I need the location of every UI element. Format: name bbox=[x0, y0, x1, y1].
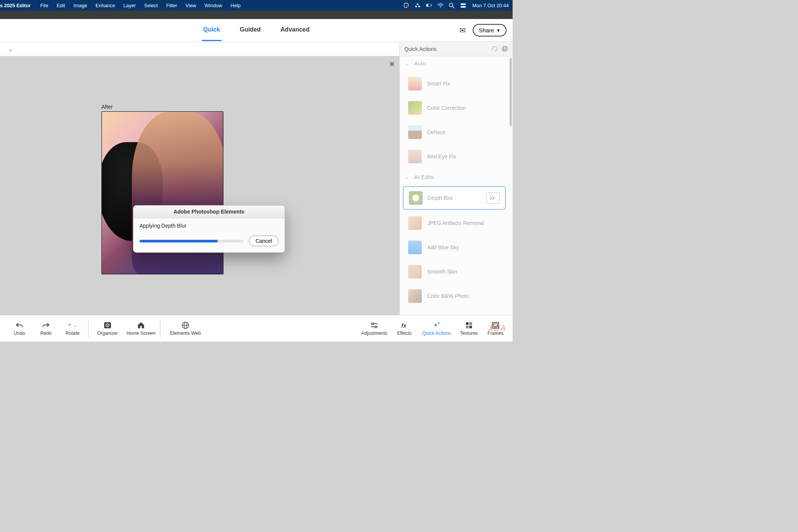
menu-enhance[interactable]: Enhance bbox=[91, 3, 119, 8]
svg-text:fx: fx bbox=[401, 322, 407, 329]
organizer-button[interactable]: Organizer bbox=[91, 320, 124, 337]
redo-label: Redo bbox=[40, 331, 52, 336]
wifi-icon[interactable] bbox=[437, 2, 443, 8]
tab-guided[interactable]: Guided bbox=[238, 19, 262, 41]
svg-point-8 bbox=[440, 6, 441, 7]
section-ai-label: AI Edits bbox=[414, 174, 434, 180]
svg-rect-11 bbox=[461, 3, 466, 5]
qa-thumb-icon bbox=[409, 191, 423, 205]
svg-rect-29 bbox=[469, 326, 472, 328]
redo-icon bbox=[42, 321, 50, 329]
adjustments-button[interactable]: Adjustments bbox=[358, 321, 391, 336]
tab-quick[interactable]: Quick bbox=[201, 19, 221, 41]
dialog-title: Adobe Photoshop Elements bbox=[133, 206, 285, 218]
effects-icon: fx bbox=[400, 321, 408, 329]
battery-icon[interactable] bbox=[426, 2, 432, 8]
search-icon[interactable] bbox=[449, 2, 455, 8]
adjustments-icon bbox=[370, 321, 378, 329]
frames-icon bbox=[491, 321, 500, 329]
svg-rect-12 bbox=[461, 6, 466, 8]
svg-point-4 bbox=[418, 6, 420, 8]
menu-help[interactable]: Help bbox=[226, 3, 245, 8]
share-button[interactable]: Share ▼ bbox=[473, 24, 507, 36]
svg-rect-30 bbox=[492, 323, 499, 328]
qa-add-blue-sky[interactable]: Add Blue Sky bbox=[403, 236, 506, 258]
textures-icon bbox=[465, 321, 473, 329]
adjustments-label: Adjustments bbox=[361, 331, 388, 336]
progress-bar bbox=[139, 240, 244, 242]
tab-advanced[interactable]: Advanced bbox=[279, 19, 311, 41]
right-panel-title: Quick Actions bbox=[404, 46, 437, 52]
view-toggle-chevron[interactable]: ⌄ bbox=[0, 46, 13, 52]
menu-file[interactable]: File bbox=[36, 3, 52, 8]
qa-thumb-icon bbox=[408, 241, 422, 254]
apply-button[interactable] bbox=[486, 192, 500, 204]
textures-label: Textures bbox=[460, 331, 478, 336]
qa-depth-blur[interactable]: Depth Blur bbox=[403, 186, 506, 210]
status-dots-icon[interactable] bbox=[415, 2, 421, 8]
cancel-button[interactable]: Cancel bbox=[249, 236, 279, 246]
menu-window[interactable]: Window bbox=[200, 3, 226, 8]
qa-label: Depth Blur bbox=[428, 195, 453, 201]
qa-red-eye-fix[interactable]: Red Eye Fix bbox=[403, 146, 506, 168]
svg-point-17 bbox=[107, 325, 108, 326]
app-root: s 2025 Editor File Edit Image Enhance La… bbox=[0, 0, 513, 342]
effects-button[interactable]: fx Effects bbox=[391, 321, 418, 336]
menu-filter[interactable]: Filter bbox=[162, 3, 181, 8]
menu-image[interactable]: Image bbox=[69, 3, 91, 8]
svg-rect-7 bbox=[431, 5, 432, 6]
qa-label: Color B&W Photo bbox=[427, 293, 469, 299]
textures-button[interactable]: Textures bbox=[456, 321, 482, 336]
qa-color-correction[interactable]: Color Correction bbox=[403, 97, 506, 119]
section-auto-header[interactable]: ⌄ Auto bbox=[400, 56, 509, 70]
screen-record-icon[interactable] bbox=[403, 2, 409, 8]
section-ai-header[interactable]: ⌄ AI Edits bbox=[400, 170, 509, 184]
qa-thumb-icon bbox=[408, 265, 422, 279]
menu-items: File Edit Image Enhance Layer Select Fil… bbox=[36, 3, 245, 8]
frames-button[interactable]: Frames bbox=[482, 321, 509, 336]
section-auto-label: Auto bbox=[414, 60, 426, 66]
undo-button[interactable]: Undo bbox=[6, 320, 33, 337]
mail-icon[interactable]: ✉ bbox=[459, 26, 466, 35]
elements-web-button[interactable]: Elements Web bbox=[163, 320, 208, 337]
qa-thumb-icon bbox=[408, 289, 422, 303]
qa-smooth-skin[interactable]: Smooth Skin bbox=[403, 261, 506, 283]
qa-label: Red Eye Fix bbox=[427, 154, 456, 160]
globe-icon bbox=[181, 321, 190, 329]
qa-smart-fix[interactable]: Smart Fix bbox=[403, 73, 506, 95]
redo-button[interactable]: Redo bbox=[33, 320, 59, 337]
right-panel: ⌄ Auto Smart Fix Color Correction Dehaze… bbox=[399, 56, 513, 315]
chevron-down-icon: ⌄ bbox=[405, 174, 409, 180]
progress-dialog: Adobe Photoshop Elements Applying Depth … bbox=[133, 205, 285, 253]
svg-point-1 bbox=[406, 5, 408, 8]
svg-rect-31 bbox=[494, 324, 497, 327]
menubar-clock[interactable]: Mon 7 Oct 20:44 bbox=[472, 3, 509, 8]
qa-color-bw-photo[interactable]: Color B&W Photo bbox=[403, 285, 506, 307]
qa-thumb-icon bbox=[408, 77, 422, 90]
qa-thumb-icon bbox=[408, 101, 422, 115]
help-icon[interactable]: ? bbox=[502, 46, 508, 52]
chevron-down-icon: ⌄ bbox=[405, 61, 409, 66]
window-titlebar bbox=[0, 11, 513, 19]
close-document-button[interactable]: ✕ bbox=[389, 60, 395, 68]
home-icon bbox=[137, 321, 145, 329]
organizer-label: Organizer bbox=[97, 331, 118, 336]
menu-edit[interactable]: Edit bbox=[52, 3, 69, 8]
menu-select[interactable]: Select bbox=[140, 3, 162, 8]
quick-actions-button[interactable]: Quick Actions bbox=[418, 321, 456, 336]
canvas-area: ✕ After bbox=[0, 56, 399, 315]
menu-view[interactable]: View bbox=[181, 3, 200, 8]
menu-layer[interactable]: Layer bbox=[119, 3, 140, 8]
sparkle-icon bbox=[432, 321, 441, 329]
reset-icon[interactable] bbox=[491, 46, 498, 52]
control-center-icon[interactable] bbox=[460, 2, 466, 8]
svg-text:?: ? bbox=[504, 47, 506, 51]
quick-actions-label: Quick Actions bbox=[422, 331, 451, 336]
qa-dehaze[interactable]: Dehaze bbox=[403, 121, 506, 143]
home-button[interactable]: Home Screen bbox=[124, 320, 158, 337]
bottom-bar: Undo Redo ⌄ Rotate Organizer Home Screen bbox=[0, 315, 513, 342]
qa-jpeg-artifacts[interactable]: JPEG Artifacts Removal bbox=[403, 212, 506, 234]
right-panel-header: Quick Actions ? bbox=[399, 42, 513, 56]
right-panel-scrollbar[interactable] bbox=[510, 58, 512, 126]
rotate-button[interactable]: ⌄ Rotate bbox=[59, 320, 86, 337]
